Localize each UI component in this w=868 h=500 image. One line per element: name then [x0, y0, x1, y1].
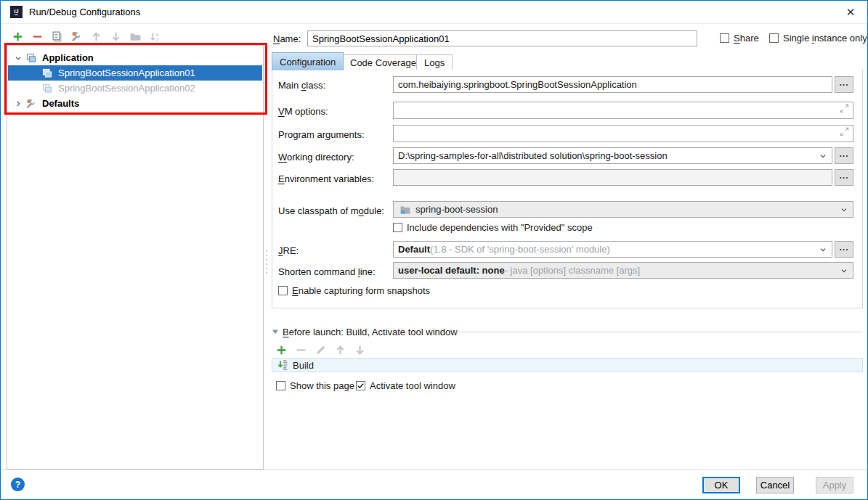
- chevron-down-icon[interactable]: [818, 245, 828, 257]
- application-type-icon: [40, 66, 54, 80]
- include-provided-checkbox-box[interactable]: [393, 223, 402, 232]
- before-launch-task-build[interactable]: 011001 Build: [272, 358, 863, 372]
- tree-item-label: SpringBootSessionApplication02: [58, 83, 195, 94]
- tab-configuration[interactable]: Configuration: [272, 52, 344, 70]
- chevron-right-icon[interactable]: [12, 99, 24, 109]
- tree-group-label: Defaults: [42, 98, 79, 109]
- remove-task-button[interactable]: [294, 343, 308, 357]
- use-classpath-label: Use classpath of module:: [278, 205, 384, 216]
- run-debug-configurations-dialog: IJ Run/Debug Configurations ✕ az Applica…: [0, 0, 868, 500]
- tree-item-springbootsessionapplication02[interactable]: SpringBootSessionApplication02: [8, 81, 262, 96]
- single-instance-checkbox-box[interactable]: [769, 33, 779, 43]
- expand-field-icon[interactable]: [839, 103, 850, 116]
- use-classpath-combo[interactable]: spring-boot-session: [393, 201, 853, 218]
- add-task-button[interactable]: [275, 343, 288, 357]
- chevron-down-icon[interactable]: [839, 266, 849, 278]
- enable-snapshots-label: Enable capturing form snapshots: [292, 285, 430, 296]
- show-this-page-checkbox-box[interactable]: [276, 381, 285, 390]
- activate-tool-window-checkbox[interactable]: Activate tool window: [356, 380, 455, 391]
- single-instance-checkbox[interactable]: Single instance only: [769, 33, 867, 44]
- share-checkbox-box[interactable]: [720, 33, 729, 43]
- vm-options-label: VM options:: [278, 106, 328, 117]
- tree-item-springbootsessionapplication01[interactable]: SpringBootSessionApplication01: [8, 65, 262, 81]
- create-folder-button[interactable]: [129, 30, 142, 44]
- configurations-toolbar: az: [11, 30, 162, 44]
- working-directory-browse-button[interactable]: ...: [835, 147, 853, 164]
- svg-text:01: 01: [283, 367, 288, 371]
- chevron-down-icon[interactable]: [12, 53, 24, 63]
- footer-separator: [1, 470, 867, 470]
- ok-button[interactable]: OK: [702, 477, 740, 493]
- tree-group-label: Application: [42, 52, 94, 63]
- sort-configurations-button[interactable]: az: [148, 30, 162, 44]
- activate-tool-window-label: Activate tool window: [370, 380, 455, 391]
- vm-options-field[interactable]: [393, 102, 853, 119]
- main-class-field[interactable]: com.heibaiying.springboot.SpringBootSess…: [393, 76, 832, 93]
- build-task-label: Build: [293, 360, 314, 371]
- working-directory-combo[interactable]: D:\spring-samples-for-all\distributed so…: [393, 147, 832, 164]
- add-configuration-button[interactable]: [11, 30, 25, 44]
- enable-snapshots-checkbox-box[interactable]: [278, 286, 288, 295]
- jre-combo[interactable]: Default (1.8 - SDK of 'spring-boot-sessi…: [393, 241, 832, 258]
- collapse-triangle-icon[interactable]: [272, 327, 279, 337]
- tree-item-label: SpringBootSessionApplication01: [58, 67, 195, 78]
- help-button[interactable]: ?: [11, 478, 25, 491]
- remove-configuration-button[interactable]: [31, 30, 44, 44]
- name-input[interactable]: [307, 30, 697, 46]
- apply-button[interactable]: Apply: [816, 477, 853, 493]
- enable-snapshots-checkbox[interactable]: Enable capturing form snapshots: [278, 285, 430, 296]
- before-launch-title: Before launch: Build, Activate tool wind…: [283, 327, 458, 337]
- defaults-wrench-icon: [24, 97, 38, 110]
- include-provided-checkbox[interactable]: Include dependencies with "Provided" sco…: [393, 222, 593, 233]
- main-class-browse-button[interactable]: ...: [835, 76, 853, 93]
- move-up-button[interactable]: [89, 30, 103, 44]
- share-checkbox[interactable]: Share: [720, 33, 759, 44]
- chevron-down-icon[interactable]: [839, 205, 849, 217]
- tree-group-application[interactable]: Application: [8, 50, 262, 65]
- close-icon[interactable]: ✕: [843, 5, 859, 20]
- single-instance-label: Single instance only: [783, 33, 867, 44]
- application-type-icon: [24, 51, 38, 65]
- before-launch-header[interactable]: Before launch: Build, Activate tool wind…: [272, 327, 458, 337]
- program-arguments-label: Program arguments:: [278, 129, 365, 140]
- program-arguments-field[interactable]: [393, 125, 853, 142]
- tab-code-coverage[interactable]: Code Coverage: [342, 54, 424, 70]
- show-this-page-checkbox[interactable]: Show this page: [276, 380, 354, 391]
- build-icon: 011001: [275, 358, 289, 372]
- application-type-icon: [40, 81, 54, 95]
- activate-tool-window-checkbox-box[interactable]: [356, 381, 365, 390]
- include-provided-label: Include dependencies with "Provided" sco…: [407, 222, 593, 233]
- module-icon: [398, 202, 412, 216]
- environment-variables-label: Environment variables:: [278, 173, 374, 184]
- panel-splitter[interactable]: [266, 250, 267, 274]
- title-bar: IJ Run/Debug Configurations ✕: [1, 1, 867, 24]
- configurations-tree: Application SpringBootSessionApplication…: [7, 45, 264, 470]
- main-class-label: Main class:: [278, 80, 325, 91]
- move-task-up-button[interactable]: [333, 343, 347, 357]
- jre-browse-button[interactable]: ...: [835, 241, 853, 258]
- expand-field-icon[interactable]: [839, 126, 850, 139]
- intellij-logo-icon: IJ: [10, 6, 23, 18]
- tree-group-defaults[interactable]: Defaults: [8, 96, 262, 111]
- name-label: Name:: [273, 33, 301, 44]
- cancel-button[interactable]: Cancel: [756, 477, 794, 493]
- copy-configuration-button[interactable]: [50, 30, 64, 44]
- working-directory-label: Working directory:: [278, 152, 354, 163]
- before-launch-separator: [456, 332, 863, 332]
- show-this-page-label: Show this page: [290, 380, 354, 391]
- edit-defaults-button[interactable]: [70, 30, 84, 44]
- dialog-title: Run/Debug Configurations: [29, 7, 140, 17]
- move-task-down-button[interactable]: [353, 343, 367, 357]
- environment-variables-field[interactable]: [393, 169, 832, 186]
- shorten-command-line-label: Shorten command line:: [278, 266, 376, 277]
- share-label: Share: [734, 33, 759, 44]
- chevron-down-icon[interactable]: [818, 151, 828, 163]
- shorten-command-line-combo[interactable]: user-local default: none - java [options…: [393, 262, 853, 279]
- svg-text:z: z: [156, 37, 159, 42]
- edit-task-button[interactable]: [314, 343, 328, 357]
- tab-logs[interactable]: Logs: [416, 54, 453, 70]
- move-down-button[interactable]: [109, 30, 123, 44]
- before-launch-toolbar: [275, 343, 367, 357]
- jre-label: JRE:: [278, 245, 299, 256]
- environment-variables-browse-button[interactable]: ...: [835, 169, 853, 186]
